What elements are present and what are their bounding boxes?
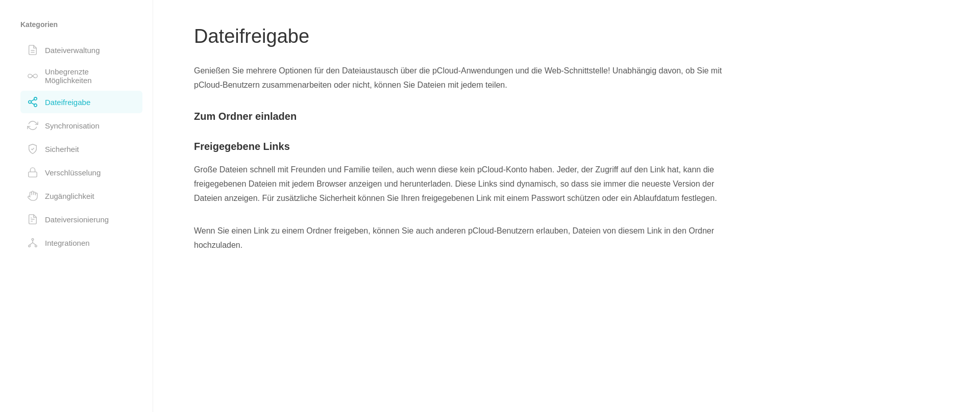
lock-icon	[27, 166, 39, 178]
infinite-icon	[27, 70, 39, 82]
section-freigegebene-links: Freigegebene Links Große Dateien schnell…	[194, 141, 725, 205]
sync-icon	[27, 119, 39, 132]
sidebar-item-integrationen[interactable]: Integrationen	[20, 231, 142, 254]
svg-rect-7	[29, 172, 37, 177]
integrations-icon	[27, 237, 39, 249]
section-zum-ordner-einladen: Zum Ordner einladen	[194, 111, 725, 122]
intro-text: Genießen Sie mehrere Optionen für den Da…	[194, 64, 725, 92]
sidebar-item-dateiversionierung[interactable]: Dateiversionierung	[20, 208, 142, 230]
sidebar-item-sicherheit[interactable]: Sicherheit	[20, 138, 142, 160]
svg-point-3	[29, 100, 32, 104]
sidebar-item-synchronisation[interactable]: Synchronisation	[20, 114, 142, 137]
section-link-zu-ordner: Wenn Sie einen Link zu einem Ordner frei…	[194, 224, 725, 252]
sidebar-item-label: Sicherheit	[45, 145, 79, 153]
sidebar-item-label: Integrationen	[45, 239, 90, 247]
section-body-freigegebene-links: Große Dateien schnell mit Freunden und F…	[194, 163, 725, 205]
versions-icon	[27, 213, 39, 225]
sidebar: Kategorien Dateiverwaltung Unbegrenzte M…	[0, 0, 153, 412]
sidebar-item-unbegrenzte-moeglichkeiten[interactable]: Unbegrenzte Möglichkeiten	[20, 62, 142, 90]
section-heading-zum-ordner-einladen: Zum Ordner einladen	[194, 111, 725, 122]
svg-line-5	[31, 102, 34, 105]
section-heading-freigegebene-links: Freigegebene Links	[194, 141, 725, 152]
file-icon	[27, 44, 39, 56]
sidebar-item-dateifreigabe[interactable]: Dateifreigabe	[20, 91, 142, 113]
share-icon	[27, 96, 39, 108]
sidebar-item-dateiverwaltung[interactable]: Dateiverwaltung	[20, 39, 142, 61]
svg-point-12	[35, 245, 37, 247]
main-content: Dateifreigabe Genießen Sie mehrere Optio…	[153, 0, 766, 412]
svg-point-2	[34, 97, 37, 100]
sidebar-item-label: Verschlüsselung	[45, 168, 101, 177]
sidebar-item-zugaenglichkeit[interactable]: Zugänglichkeit	[20, 185, 142, 207]
svg-line-6	[31, 99, 34, 101]
sidebar-item-label: Synchronisation	[45, 121, 100, 130]
page-title: Dateifreigabe	[194, 25, 725, 47]
section-body-link-zu-ordner: Wenn Sie einen Link zu einem Ordner frei…	[194, 224, 725, 252]
sidebar-item-label: Dateifreigabe	[45, 98, 90, 107]
sidebar-item-label: Dateiversionierung	[45, 215, 109, 224]
shield-icon	[27, 143, 39, 155]
svg-point-11	[29, 245, 31, 247]
sidebar-item-label: Dateiverwaltung	[45, 46, 100, 55]
svg-line-14	[30, 243, 33, 245]
hand-icon	[27, 190, 39, 202]
svg-point-4	[34, 104, 37, 107]
svg-line-15	[33, 243, 36, 245]
sidebar-item-label: Zugänglichkeit	[45, 192, 94, 200]
sidebar-item-verschluesselung[interactable]: Verschlüsselung	[20, 161, 142, 184]
svg-point-10	[32, 239, 34, 241]
sidebar-heading: Kategorien	[20, 20, 142, 29]
sidebar-item-label: Unbegrenzte Möglichkeiten	[45, 67, 136, 85]
